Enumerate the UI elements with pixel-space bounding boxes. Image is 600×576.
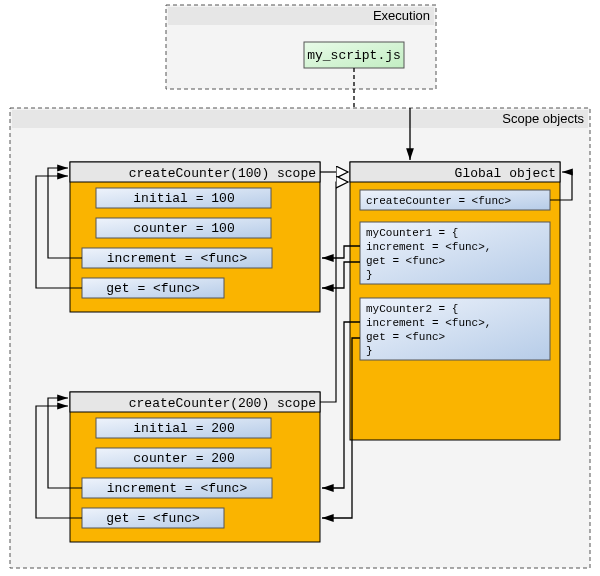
scope-title: Scope objects <box>502 111 584 126</box>
svg-text:myCounter1 = {: myCounter1 = { <box>366 227 458 239</box>
svg-text:get = <func>: get = <func> <box>106 511 200 526</box>
svg-text:counter = 100: counter = 100 <box>133 221 234 236</box>
svg-text:}: } <box>366 345 373 357</box>
global-box: Global object createCounter = <func> myC… <box>350 162 560 440</box>
svg-text:myCounter2 = {: myCounter2 = { <box>366 303 458 315</box>
svg-text:createCounter = <func>: createCounter = <func> <box>366 195 511 207</box>
global-title: Global object <box>455 166 556 181</box>
scope200-title: createCounter(200) scope <box>129 396 316 411</box>
svg-text:}: } <box>366 269 373 281</box>
execution-title: Execution <box>373 8 430 23</box>
svg-text:increment = <func>: increment = <func> <box>107 251 248 266</box>
svg-text:get = <func>: get = <func> <box>106 281 200 296</box>
execution-container: Execution my_script.js <box>166 5 436 89</box>
svg-text:increment = <func>: increment = <func> <box>107 481 248 496</box>
svg-text:initial = 200: initial = 200 <box>133 421 234 436</box>
scope100-title: createCounter(100) scope <box>129 166 316 181</box>
script-label: my_script.js <box>307 48 401 63</box>
svg-text:initial = 100: initial = 100 <box>133 191 234 206</box>
svg-text:get = <func>: get = <func> <box>366 255 445 267</box>
svg-text:counter = 200: counter = 200 <box>133 451 234 466</box>
scope200-box: createCounter(200) scope initial = 200 c… <box>70 392 320 542</box>
svg-text:increment = <func>,: increment = <func>, <box>366 317 491 329</box>
svg-text:get = <func>: get = <func> <box>366 331 445 343</box>
svg-text:increment = <func>,: increment = <func>, <box>366 241 491 253</box>
scope100-box: createCounter(100) scope initial = 100 c… <box>70 162 320 312</box>
